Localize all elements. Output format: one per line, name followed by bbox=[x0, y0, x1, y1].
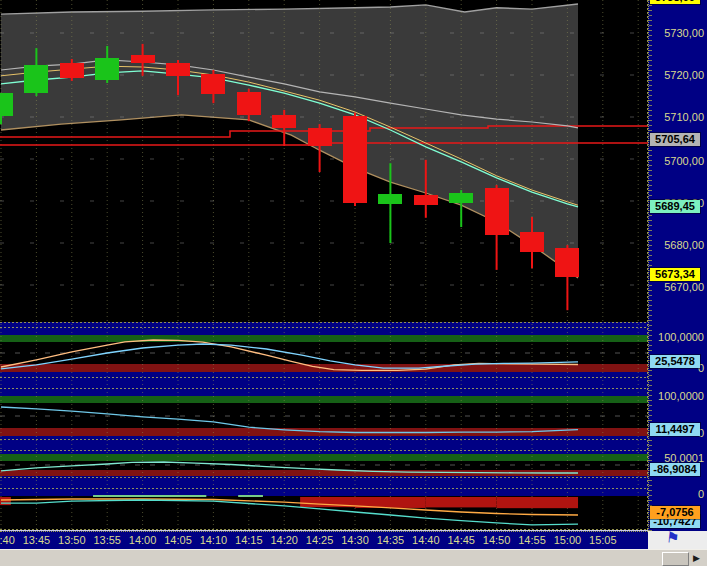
scroll-right-arrow-icon[interactable]: ▶ bbox=[693, 552, 700, 564]
time-axis-label: 14:45 bbox=[447, 534, 475, 546]
price-marker-box-clipped: 5738,00 bbox=[650, 0, 700, 4]
price-axis-label: 5730,00 bbox=[664, 26, 704, 40]
time-axis-label: 13:40 bbox=[0, 534, 15, 546]
indicator-value-box: -7,0756 bbox=[650, 506, 700, 519]
price-axis[interactable]: 5730,005720,005710,005700,005690,005680,… bbox=[648, 0, 707, 531]
time-axis-corner: ⚑ bbox=[648, 531, 707, 549]
indicator-axis-max-label: 0 bbox=[698, 487, 704, 501]
time-axis-label: 14:25 bbox=[306, 534, 334, 546]
time-axis-label: 14:30 bbox=[341, 534, 369, 546]
time-axis-label: 14:10 bbox=[200, 534, 228, 546]
time-axis-label: 15:05 bbox=[589, 534, 617, 546]
scrollbar-thumb[interactable] bbox=[662, 552, 689, 566]
indicator-value-box: 25,5478 bbox=[650, 355, 700, 368]
time-axis-label: 14:05 bbox=[164, 534, 192, 546]
time-axis-label: 14:15 bbox=[235, 534, 263, 546]
time-axis-label: 13:55 bbox=[93, 534, 121, 546]
trading-chart-window: 5730,005720,005710,005700,005690,005680,… bbox=[0, 0, 707, 566]
time-axis-label: 14:50 bbox=[483, 534, 511, 546]
price-marker-box: 5673,34 bbox=[650, 268, 700, 281]
chart-plot-area[interactable] bbox=[0, 0, 648, 531]
indicator-value-box: 11,4497 bbox=[650, 423, 700, 436]
indicator-axis-max-label: 100,0000 bbox=[658, 389, 704, 403]
horizontal-scrollbar[interactable]: ▶ bbox=[0, 549, 707, 566]
price-axis-label: 5700,00 bbox=[664, 154, 704, 168]
indicator-value-box: -86,9084 bbox=[650, 463, 700, 476]
price-marker-box: 5689,45 bbox=[650, 200, 700, 213]
price-axis-label: 5680,00 bbox=[664, 238, 704, 252]
time-axis[interactable]: 13:4013:4513:5013:5514:0014:0514:1014:15… bbox=[0, 531, 648, 549]
time-axis-label: 14:00 bbox=[129, 534, 157, 546]
time-axis-label: 13:45 bbox=[23, 534, 51, 546]
time-axis-label: 14:35 bbox=[377, 534, 405, 546]
time-axis-label: 14:55 bbox=[518, 534, 546, 546]
time-axis-label: 15:00 bbox=[554, 534, 582, 546]
time-axis-label: 14:40 bbox=[412, 534, 440, 546]
price-axis-label: 5670,00 bbox=[664, 280, 704, 294]
price-axis-label: 5710,00 bbox=[664, 110, 704, 124]
indicator-axis-max-label: 100,0000 bbox=[658, 330, 704, 344]
price-marker-box: 5705,64 bbox=[650, 133, 700, 146]
time-axis-label: 14:20 bbox=[270, 534, 298, 546]
price-axis-label: 5720,00 bbox=[664, 68, 704, 82]
time-axis-label: 13:50 bbox=[58, 534, 86, 546]
candlestick-chart-svg bbox=[0, 0, 648, 531]
flag-cursor-icon: ⚑ bbox=[665, 528, 680, 547]
